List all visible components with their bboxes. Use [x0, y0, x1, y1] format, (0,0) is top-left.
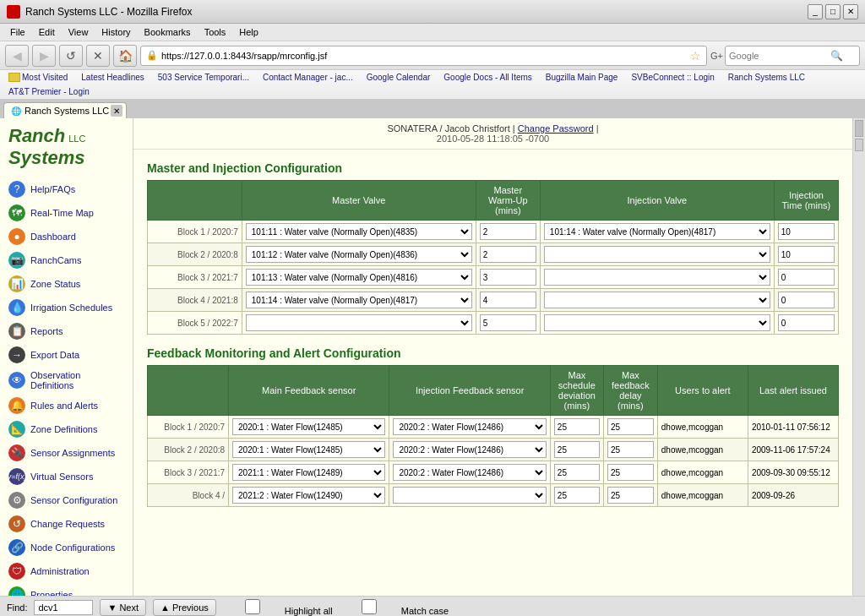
- sidebar-item-zone-def[interactable]: 📐 Zone Definitions: [0, 417, 133, 441]
- bookmark-att[interactable]: AT&T Premier - Login: [3, 86, 95, 97]
- inj-time-4-input[interactable]: [778, 292, 835, 308]
- url-input[interactable]: [161, 51, 690, 61]
- sidebar-item-reports[interactable]: 📋 Reports: [0, 319, 133, 343]
- menu-view[interactable]: View: [62, 25, 95, 39]
- sidebar-item-node-config[interactable]: 🔗 Node Configurations: [0, 536, 133, 559]
- highlight-all-checkbox[interactable]: [223, 599, 282, 614]
- fb-max-feed-1-input[interactable]: [607, 418, 654, 435]
- close-button[interactable]: ✕: [843, 4, 858, 19]
- inj-time-1-input[interactable]: [778, 223, 835, 240]
- sensor-assign-icon: 🔌: [8, 444, 25, 461]
- fb-main-sensor-2-select[interactable]: 2020:1 : Water Flow(12485): [232, 441, 385, 458]
- find-previous-button[interactable]: ▲ Previous: [153, 599, 216, 616]
- bookmark-most-visited[interactable]: Most Visited: [3, 72, 73, 83]
- sidebar-item-virtual-sensors[interactable]: y=f(x) Virtual Sensors: [0, 465, 133, 488]
- bookmark-google-calendar[interactable]: Google Calendar: [362, 72, 436, 83]
- menu-file[interactable]: File: [3, 25, 32, 39]
- change-password-link[interactable]: Change Password: [518, 123, 594, 134]
- fb-inj-sensor-3-select[interactable]: 2020:2 : Water Flow(12486): [393, 464, 546, 481]
- injection-valve-2-select[interactable]: [544, 246, 770, 263]
- sidebar-item-export[interactable]: → Export Data: [0, 343, 133, 367]
- fb-max-sched-1-input[interactable]: [554, 418, 600, 435]
- menu-tools[interactable]: Tools: [198, 25, 233, 39]
- fb-inj-sensor-4-select[interactable]: [393, 487, 546, 504]
- bookmark-google-docs[interactable]: Google Docs - All Items: [438, 72, 536, 83]
- warmup-4-input[interactable]: [480, 292, 536, 308]
- fb-max-sched-3-input[interactable]: [554, 464, 600, 481]
- injection-valve-4-select[interactable]: [544, 292, 770, 308]
- fb-main-sensor-3-select[interactable]: 2021:1 : Water Flow(12489): [232, 464, 385, 481]
- bookmark-svbeconnect[interactable]: SVBeConnect :: Login: [626, 72, 719, 83]
- fb-max-feed-4-input[interactable]: [607, 487, 654, 504]
- forward-button[interactable]: ▶: [32, 45, 56, 67]
- menu-bookmarks[interactable]: Bookmarks: [138, 25, 198, 39]
- warmup-5-input[interactable]: [480, 314, 536, 331]
- find-next-button[interactable]: ▼ Next: [100, 599, 146, 616]
- sidebar-item-zone-status[interactable]: 📊 Zone Status: [0, 272, 133, 296]
- find-input[interactable]: [34, 600, 93, 615]
- fb-max-sched-4-input[interactable]: [554, 487, 600, 504]
- sidebar-item-administration[interactable]: 🛡 Administration: [0, 559, 133, 583]
- master-valve-3-select[interactable]: 101:13 : Water valve (Normally Open)(481…: [246, 269, 472, 286]
- master-valve-2-select[interactable]: 101:12 : Water valve (Normally Open)(483…: [246, 246, 472, 263]
- menu-help[interactable]: Help: [232, 25, 265, 39]
- bookmark-star-icon[interactable]: ☆: [690, 49, 701, 63]
- warmup-2-input[interactable]: [480, 246, 536, 263]
- inj-time-3-input[interactable]: [778, 269, 835, 286]
- fb-max-feed-3-input[interactable]: [607, 464, 654, 481]
- search-icon[interactable]: 🔍: [830, 50, 843, 62]
- fb-inj-sensor-1-select[interactable]: 2020:2 : Water Flow(12486): [393, 418, 546, 435]
- inj-time-5-input[interactable]: [778, 314, 835, 331]
- injection-valve-3-select[interactable]: [544, 269, 770, 286]
- stop-button[interactable]: ✕: [86, 45, 110, 67]
- warmup-3-input[interactable]: [480, 269, 536, 286]
- minimize-button[interactable]: _: [808, 4, 823, 19]
- fb-inj-sensor-2-select[interactable]: 2020:2 : Water Flow(12486): [393, 441, 546, 458]
- maximize-button[interactable]: □: [825, 4, 841, 19]
- warmup-1-input[interactable]: [480, 223, 536, 240]
- fb-max-sched-2-input[interactable]: [554, 441, 600, 458]
- sidebar-item-observation[interactable]: 👁 Observation Definitions: [0, 367, 133, 394]
- injection-valve-5-select[interactable]: [544, 314, 770, 331]
- sidebar-item-properties[interactable]: 🌐 Properties: [0, 583, 133, 596]
- match-case-label[interactable]: Match case: [340, 599, 449, 616]
- address-bar[interactable]: 🔒 ☆: [140, 46, 707, 66]
- vertical-scrollbar[interactable]: [852, 118, 865, 596]
- bookmark-contact-manager[interactable]: Contact Manager - jac...: [258, 72, 358, 83]
- sidebar-item-rules[interactable]: 🔔 Rules and Alerts: [0, 394, 133, 417]
- menu-history[interactable]: History: [95, 25, 137, 39]
- search-input[interactable]: [729, 51, 830, 61]
- inj-time-2-input[interactable]: [778, 246, 835, 263]
- master-valve-5-select[interactable]: [246, 314, 472, 331]
- sidebar-item-sensor-assign[interactable]: 🔌 Sensor Assignments: [0, 441, 133, 465]
- sidebar-item-sensor-config[interactable]: ⚙ Sensor Configuration: [0, 488, 133, 512]
- sidebar-item-ranchcams[interactable]: 📷 RanchCams: [0, 248, 133, 272]
- highlight-all-label[interactable]: Highlight all: [223, 599, 333, 616]
- home-button[interactable]: 🏠: [113, 45, 137, 67]
- fb-main-sensor-4-select[interactable]: 2021:2 : Water Flow(12490): [232, 487, 385, 504]
- bookmark-bugzilla[interactable]: Bugzilla Main Page: [541, 72, 623, 83]
- bookmark-503[interactable]: 503 Service Temporari...: [153, 72, 254, 83]
- back-button[interactable]: ◀: [5, 45, 29, 67]
- injection-valve-1-select[interactable]: 101:14 : Water valve (Normally Open)(481…: [544, 223, 770, 240]
- match-case-checkbox[interactable]: [340, 599, 399, 614]
- menu-edit[interactable]: Edit: [32, 25, 62, 39]
- sidebar-item-dashboard[interactable]: ● Dashboard: [0, 225, 133, 248]
- master-valve-4-select[interactable]: 101:14 : Water valve (Normally Open)(481…: [246, 292, 472, 308]
- fb-max-feed-2-input[interactable]: [607, 441, 654, 458]
- search-bar[interactable]: 🔍: [725, 46, 860, 66]
- master-valve-1-select[interactable]: 101:11 : Water valve (Normally Open)(483…: [246, 223, 472, 240]
- sidebar-item-irrigation[interactable]: 💧 Irrigation Schedules: [0, 296, 133, 319]
- find-next-arrow-icon: ▼: [107, 602, 117, 613]
- tab-close-button[interactable]: ✕: [111, 105, 122, 117]
- tab-ranch-systems[interactable]: 🌐 Ranch Systems LLC ✕: [3, 102, 127, 118]
- reload-button[interactable]: ↺: [59, 45, 83, 67]
- bookmark-latest-headlines[interactable]: Latest Headlines: [76, 72, 150, 83]
- fb-main-sensor-1-select[interactable]: 2020:1 : Water Flow(12485): [232, 418, 385, 435]
- bookmark-ranch-systems[interactable]: Ranch Systems LLC: [723, 72, 810, 83]
- sidebar-item-help[interactable]: ? Help/FAQs: [0, 177, 133, 201]
- sidebar-item-change-requests[interactable]: ↺ Change Requests: [0, 512, 133, 536]
- sidebar-item-realtime-map[interactable]: 🗺 Real-Time Map: [0, 201, 133, 225]
- master-valve-5-cell: [242, 312, 476, 335]
- fb-inj-sensor-4: [389, 484, 550, 507]
